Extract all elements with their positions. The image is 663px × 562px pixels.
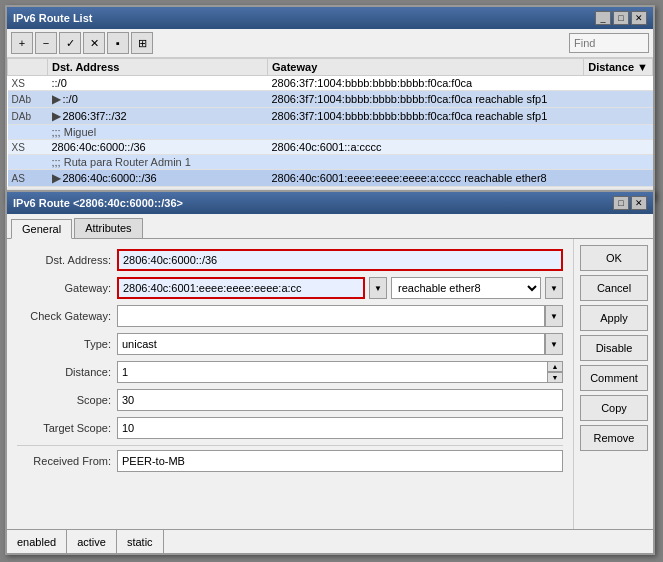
target-scope-input[interactable] [117, 417, 563, 439]
ok-button[interactable]: OK [580, 245, 648, 271]
row-dst: ▶::/0 [48, 91, 268, 108]
row-flag [8, 125, 48, 140]
status-active: active [67, 530, 117, 553]
dst-address-row: Dst. Address: [17, 249, 563, 271]
disable-button[interactable]: Disable [580, 335, 648, 361]
maximize-button[interactable]: □ [613, 11, 629, 25]
table-row[interactable]: DAb ▶2806:3f7::/32 2806:3f7:1004:bbbb:bb… [8, 108, 653, 125]
row-flag: AS [8, 170, 48, 187]
row-dst: ::/0 [48, 76, 268, 91]
x-button[interactable]: ✕ [83, 32, 105, 54]
add-button[interactable]: + [11, 32, 33, 54]
row-flag: DAb [8, 91, 48, 108]
divider [17, 445, 563, 446]
row-distance [584, 170, 653, 187]
dst-address-label: Dst. Address: [17, 254, 117, 266]
table-row-group: ;;; Miguel [8, 125, 653, 140]
row-gateway: 2806:40c:6001::a:cccc [268, 140, 584, 155]
check-gateway-label: Check Gateway: [17, 310, 117, 322]
table-row-selected[interactable]: AS ▶2806:40c:6000::/36 2806:40c:6001:eee… [8, 170, 653, 187]
received-from-input[interactable] [117, 450, 563, 472]
table-row[interactable]: DAb ▶::/0 2806:3f7:1004:bbbb:bbbb:bbbb:f… [8, 91, 653, 108]
type-dropdown[interactable]: ▼ [545, 333, 563, 355]
received-from-row: Received From: [17, 450, 563, 472]
main-content: Dst. Address: Gateway: ▼ reachable ether… [7, 239, 653, 545]
filter-button[interactable]: ⊞ [131, 32, 153, 54]
gateway-input[interactable] [117, 277, 365, 299]
gateway-dropdown-button[interactable]: ▼ [369, 277, 387, 299]
reachable-select[interactable]: reachable ether8 [391, 277, 541, 299]
distance-row: Distance: ▲ ▼ [17, 361, 563, 383]
distance-label: Distance: [17, 366, 117, 378]
row-flag: XS [8, 76, 48, 91]
reachable-dropdown-button[interactable]: ▼ [545, 277, 563, 299]
minimize-button[interactable]: _ [595, 11, 611, 25]
comment-button[interactable]: Comment [580, 365, 648, 391]
row-distance [584, 140, 653, 155]
row-gateway: 2806:3f7:1004:bbbb:bbbb:bbbb:f0ca:f0ca r… [268, 108, 584, 125]
row-group-label: ;;; Miguel [48, 125, 653, 140]
status-bar: enabled active static [7, 529, 653, 553]
close-button[interactable]: ✕ [631, 11, 647, 25]
tab-attributes[interactable]: Attributes [74, 218, 142, 238]
apply-button[interactable]: Apply [580, 305, 648, 331]
row-flag: XS [8, 140, 48, 155]
cancel-button[interactable]: Cancel [580, 275, 648, 301]
check-gateway-input[interactable] [117, 305, 545, 327]
remove-button[interactable]: − [35, 32, 57, 54]
route-list-title-bar: IPv6 Route List _ □ ✕ [7, 7, 653, 29]
scope-input[interactable] [117, 389, 563, 411]
target-scope-row: Target Scope: [17, 417, 563, 439]
status-static: static [117, 530, 164, 553]
row-gateway: 2806:3f7:1004:bbbb:bbbb:bbbb:f0ca:f0ca [268, 76, 584, 91]
route-table-container: Dst. Address Gateway Distance ▼ XS ::/0 … [7, 58, 653, 187]
minimize-button[interactable]: □ [613, 196, 629, 210]
gateway-label: Gateway: [17, 282, 117, 294]
toolbar: + − ✓ ✕ ▪ ⊞ [7, 29, 653, 58]
type-input[interactable] [117, 333, 545, 355]
remove-button[interactable]: Remove [580, 425, 648, 451]
dst-address-input[interactable] [117, 249, 563, 271]
tab-bar: General Attributes [7, 214, 653, 239]
col-distance: Distance ▼ [584, 59, 653, 76]
row-distance [584, 91, 653, 108]
route-edit-title: IPv6 Route <2806:40c:6000::/36> [13, 197, 183, 209]
row-dst: 2806:40c:6000::/36 [48, 140, 268, 155]
check-gateway-dropdown[interactable]: ▼ [545, 305, 563, 327]
copy-button[interactable]: Copy [580, 395, 648, 421]
distance-up-button[interactable]: ▲ [547, 361, 563, 372]
gateway-inputs: ▼ reachable ether8 ▼ [117, 277, 563, 299]
route-edit-window: IPv6 Route <2806:40c:6000::/36> □ ✕ Gene… [5, 190, 655, 555]
type-label: Type: [17, 338, 117, 350]
row-flag: DAb [8, 108, 48, 125]
row-dst: ▶2806:3f7::/32 [48, 108, 268, 125]
route-edit-window-controls: □ ✕ [613, 196, 647, 210]
table-row[interactable]: XS ::/0 2806:3f7:1004:bbbb:bbbb:bbbb:f0c… [8, 76, 653, 91]
received-from-label: Received From: [17, 455, 117, 467]
square-button[interactable]: ▪ [107, 32, 129, 54]
route-list-title: IPv6 Route List [13, 12, 92, 24]
close-button[interactable]: ✕ [631, 196, 647, 210]
tab-general[interactable]: General [11, 219, 72, 239]
route-list-window-controls: _ □ ✕ [595, 11, 647, 25]
check-button[interactable]: ✓ [59, 32, 81, 54]
distance-down-button[interactable]: ▼ [547, 372, 563, 383]
route-list-window: IPv6 Route List _ □ ✕ + − ✓ ✕ ▪ ⊞ Dst. A… [5, 5, 655, 200]
form-area: Dst. Address: Gateway: ▼ reachable ether… [7, 239, 573, 545]
row-gateway: 2806:3f7:1004:bbbb:bbbb:bbbb:f0ca:f0ca r… [268, 91, 584, 108]
col-dst: Dst. Address [48, 59, 268, 76]
col-gateway: Gateway [268, 59, 584, 76]
row-distance [584, 108, 653, 125]
row-gateway: 2806:40c:6001:eeee:eeee:eeee:a:cccc reac… [268, 170, 584, 187]
check-gateway-row: Check Gateway: ▼ [17, 305, 563, 327]
find-input[interactable] [569, 33, 649, 53]
gateway-row: Gateway: ▼ reachable ether8 ▼ [17, 277, 563, 299]
scope-row: Scope: [17, 389, 563, 411]
row-group-label: ;;; Ruta para Router Admin 1 [48, 155, 653, 170]
side-buttons: OK Cancel Apply Disable Comment Copy Rem… [573, 239, 653, 545]
distance-input[interactable] [117, 361, 563, 383]
target-scope-label: Target Scope: [17, 422, 117, 434]
row-dst: ▶2806:40c:6000::/36 [48, 170, 268, 187]
route-edit-title-bar: IPv6 Route <2806:40c:6000::/36> □ ✕ [7, 192, 653, 214]
table-row[interactable]: XS 2806:40c:6000::/36 2806:40c:6001::a:c… [8, 140, 653, 155]
